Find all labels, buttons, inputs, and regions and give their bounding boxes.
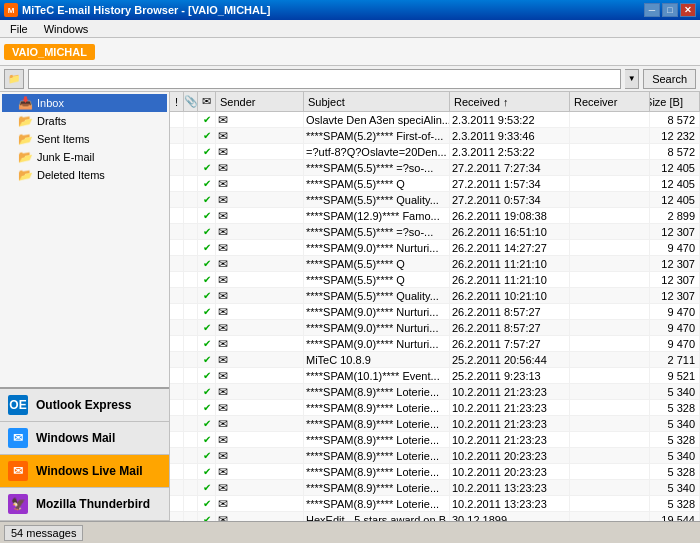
cell-subject: ****SPAM(8.9)**** Loterie... — [304, 448, 450, 463]
col-header-subject[interactable]: Subject — [304, 92, 450, 111]
client-outlook-express[interactable]: OE Outlook Express — [0, 389, 169, 422]
col-header-size[interactable]: Size [B] — [650, 92, 700, 111]
message-count-badge: 54 messages — [4, 525, 83, 541]
email-row[interactable]: ✔ ✉ ****SPAM(9.0)**** Nurturi... 26.2.20… — [170, 304, 700, 320]
cell-received: 26.2.2011 8:57:27 — [450, 320, 570, 335]
folder-sent[interactable]: 📂 Sent Items — [2, 130, 167, 148]
cell-excl — [170, 336, 184, 351]
email-row[interactable]: ✔ ✉ ****SPAM(5.2)**** First-of-... 2.3.2… — [170, 128, 700, 144]
cell-attach — [184, 144, 198, 159]
email-row[interactable]: ✔ ✉ ****SPAM(5.5)**** Quality... 26.2.20… — [170, 288, 700, 304]
menu-windows[interactable]: Windows — [38, 22, 95, 36]
title-controls[interactable]: ─ □ ✕ — [644, 3, 696, 17]
cell-attach — [184, 400, 198, 415]
minimize-button[interactable]: ─ — [644, 3, 660, 17]
cell-received: 26.2.2011 11:21:10 — [450, 272, 570, 287]
email-row[interactable]: ✔ ✉ ****SPAM(8.9)**** Loterie... 10.2.20… — [170, 432, 700, 448]
email-row[interactable]: ✔ ✉ ****SPAM(8.9)**** Loterie... 10.2.20… — [170, 384, 700, 400]
email-row[interactable]: ✔ ✉ ****SPAM(8.9)**** Loterie... 10.2.20… — [170, 400, 700, 416]
email-row[interactable]: ✔ ✉ ****SPAM(5.5)**** Q 27.2.2011 1:57:3… — [170, 176, 700, 192]
search-input[interactable] — [28, 69, 621, 89]
col-header-attach[interactable]: 📎 — [184, 92, 198, 111]
cell-excl — [170, 272, 184, 287]
col-header-excl[interactable]: ! — [170, 92, 184, 111]
cell-sender: ✉ — [216, 160, 304, 175]
cell-size: 5 340 — [650, 480, 700, 495]
outlook-express-icon: OE — [8, 395, 28, 415]
folder-drafts[interactable]: 📂 Drafts — [2, 112, 167, 130]
email-row[interactable]: ✔ ✉ Oslavte Den A3en speciAlin... 2.3.20… — [170, 112, 700, 128]
folder-label-drafts: Drafts — [37, 115, 66, 127]
email-row[interactable]: ✔ ✉ ****SPAM(12.9)**** Famo... 26.2.2011… — [170, 208, 700, 224]
cell-excl — [170, 288, 184, 303]
menu-file[interactable]: File — [4, 22, 34, 36]
folder-junk[interactable]: 📂 Junk E-mail — [2, 148, 167, 166]
title-bar-left: M MiTeC E-mail History Browser - [VAIO_M… — [4, 3, 270, 17]
client-windows-mail[interactable]: ✉ Windows Mail — [0, 422, 169, 455]
folder-label-deleted: Deleted Items — [37, 169, 105, 181]
close-button[interactable]: ✕ — [680, 3, 696, 17]
email-row[interactable]: ✔ ✉ ****SPAM(5.5)**** =?so-... 27.2.2011… — [170, 160, 700, 176]
cell-sender: ✉ — [216, 224, 304, 239]
cell-received: 27.2.2011 7:27:34 — [450, 160, 570, 175]
col-header-receiver[interactable]: Receiver — [570, 92, 650, 111]
cell-subject: ****SPAM(5.5)**** Quality... — [304, 288, 450, 303]
cell-size: 12 405 — [650, 192, 700, 207]
cell-size: 19 544 — [650, 512, 700, 521]
cell-subject: ****SPAM(8.9)**** Loterie... — [304, 432, 450, 447]
email-row[interactable]: ✔ ✉ ****SPAM(5.5)**** Q 26.2.2011 11:21:… — [170, 272, 700, 288]
cell-excl — [170, 512, 184, 521]
email-row[interactable]: ✔ ✉ ****SPAM(9.0)**** Nurturi... 26.2.20… — [170, 336, 700, 352]
folder-inbox[interactable]: 📥 Inbox — [2, 94, 167, 112]
email-row[interactable]: ✔ ✉ ****SPAM(8.9)**** Loterie... 10.2.20… — [170, 448, 700, 464]
col-header-received[interactable]: Received ↑ — [450, 92, 570, 111]
cell-read: ✔ — [198, 304, 216, 319]
cell-received: 25.2.2011 20:56:44 — [450, 352, 570, 367]
cell-excl — [170, 192, 184, 207]
email-row[interactable]: ✔ ✉ HexEdit - 5 stars award on B... 30.1… — [170, 512, 700, 521]
cell-subject: ****SPAM(5.5)**** Quality... — [304, 192, 450, 207]
col-header-read[interactable]: ✉ — [198, 92, 216, 111]
cell-receiver — [570, 208, 650, 223]
cell-size: 12 307 — [650, 256, 700, 271]
cell-received: 10.2.2011 21:23:23 — [450, 416, 570, 431]
email-row[interactable]: ✔ ✉ ****SPAM(5.5)**** Q 26.2.2011 11:21:… — [170, 256, 700, 272]
cell-size: 9 521 — [650, 368, 700, 383]
email-row[interactable]: ✔ ✉ ****SPAM(9.0)**** Nurturi... 26.2.20… — [170, 240, 700, 256]
cell-excl — [170, 176, 184, 191]
cell-received: 26.2.2011 14:27:27 — [450, 240, 570, 255]
search-folder-button[interactable]: 📁 — [4, 69, 24, 89]
email-row[interactable]: ✔ ✉ ****SPAM(8.9)**** Loterie... 10.2.20… — [170, 480, 700, 496]
client-mozilla-thunderbird[interactable]: 🦅 Mozilla Thunderbird — [0, 488, 169, 521]
cell-read: ✔ — [198, 352, 216, 367]
cell-sender: ✉ — [216, 448, 304, 463]
cell-receiver — [570, 304, 650, 319]
cell-read: ✔ — [198, 384, 216, 399]
cell-read: ✔ — [198, 320, 216, 335]
cell-received: 26.2.2011 11:21:10 — [450, 256, 570, 271]
email-row[interactable]: ✔ ✉ ****SPAM(8.9)**** Loterie... 10.2.20… — [170, 464, 700, 480]
cell-attach — [184, 304, 198, 319]
email-row[interactable]: ✔ ✉ ****SPAM(10.1)**** Event... 25.2.201… — [170, 368, 700, 384]
email-row[interactable]: ✔ ✉ ****SPAM(9.0)**** Nurturi... 26.2.20… — [170, 320, 700, 336]
search-button[interactable]: Search — [643, 69, 696, 89]
email-row[interactable]: ✔ ✉ ****SPAM(5.5)**** Quality... 27.2.20… — [170, 192, 700, 208]
maximize-button[interactable]: □ — [662, 3, 678, 17]
email-row[interactable]: ✔ ✉ ****SPAM(8.9)**** Loterie... 10.2.20… — [170, 416, 700, 432]
cell-received: 2.3.2011 2:53:22 — [450, 144, 570, 159]
cell-excl — [170, 448, 184, 463]
email-row[interactable]: ✔ ✉ ****SPAM(5.5)**** =?so-... 26.2.2011… — [170, 224, 700, 240]
search-dropdown[interactable]: ▼ — [625, 69, 639, 89]
email-row[interactable]: ✔ ✉ ****SPAM(8.9)**** Loterie... 10.2.20… — [170, 496, 700, 512]
email-row[interactable]: ✔ ✉ =?utf-8?Q?Oslavte=20Den... 2.3.2011 … — [170, 144, 700, 160]
client-windows-live-mail[interactable]: ✉ Windows Live Mail — [0, 455, 169, 488]
cell-receiver — [570, 448, 650, 463]
folder-deleted[interactable]: 📂 Deleted Items — [2, 166, 167, 184]
cell-receiver — [570, 480, 650, 495]
cell-receiver — [570, 176, 650, 191]
client-buttons: OE Outlook Express ✉ Windows Mail ✉ Wind… — [0, 387, 169, 521]
col-header-sender[interactable]: Sender — [216, 92, 304, 111]
email-row[interactable]: ✔ ✉ MiTeC 10.8.9 25.2.2011 20:56:44 2 71… — [170, 352, 700, 368]
cell-receiver — [570, 160, 650, 175]
cell-sender: ✉ — [216, 480, 304, 495]
